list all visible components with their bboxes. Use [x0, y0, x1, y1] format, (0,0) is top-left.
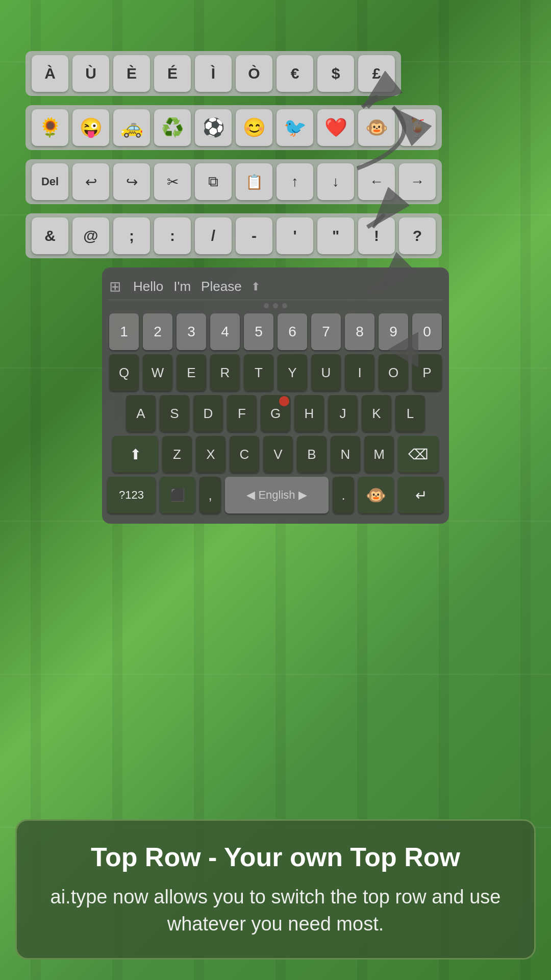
info-description: ai.type now allows you to switch the top… — [42, 884, 509, 938]
suggestion-hello[interactable]: Hello — [128, 277, 168, 297]
key-0[interactable]: 0 — [412, 313, 442, 350]
punct-key-apostrophe[interactable]: ' — [277, 217, 313, 254]
emoji-bird[interactable]: 🐦 — [277, 109, 313, 146]
suggestions-bar: ⊞ Hello I'm Please ⬆ — [107, 274, 444, 300]
layout-key[interactable]: ⬛ — [160, 477, 195, 513]
key-g[interactable]: G — [261, 395, 290, 432]
emoji-tongue[interactable]: 😜 — [72, 109, 109, 146]
emoji-smile[interactable]: 😊 — [236, 109, 272, 146]
edit-key-down[interactable]: ↓ — [317, 163, 354, 200]
key-j[interactable]: J — [328, 395, 358, 432]
notification-dot — [279, 396, 289, 406]
edit-key-cut[interactable]: ✂ — [154, 163, 191, 200]
key-r[interactable]: R — [210, 354, 240, 391]
special-key-i-grave[interactable]: Ì — [195, 55, 232, 92]
key-4[interactable]: 4 — [210, 313, 240, 350]
key-6[interactable]: 6 — [278, 313, 307, 350]
edit-key-undo[interactable]: ↩ — [72, 163, 109, 200]
key-z[interactable]: Z — [162, 436, 192, 473]
key-8[interactable]: 8 — [345, 313, 374, 350]
info-box: Top Row - Your own Top Row ai.type now a… — [15, 819, 536, 960]
punct-key-semicolon[interactable]: ; — [113, 217, 150, 254]
key-7[interactable]: 7 — [311, 313, 341, 350]
key-v[interactable]: V — [263, 436, 293, 473]
edit-key-left[interactable]: ← — [358, 163, 395, 200]
key-5[interactable]: 5 — [244, 313, 273, 350]
key-b[interactable]: B — [297, 436, 327, 473]
punct-row: & @ ; : / - ' " ! ? — [26, 213, 442, 258]
key-2[interactable]: 2 — [143, 313, 172, 350]
asdf-row: A S D F G H J K L — [107, 395, 444, 432]
punct-key-question[interactable]: ? — [399, 217, 436, 254]
keyboard-wrapper: À Ù È É Ì Ò € $ £ 🌻 😜 🚕 ♻️ ⚽ 😊 🐦 ❤️ 🐵 🍹 … — [26, 51, 525, 786]
key-l[interactable]: L — [395, 395, 425, 432]
edit-key-paste[interactable]: 📋 — [236, 163, 272, 200]
emoji-recycle[interactable]: ♻️ — [154, 109, 191, 146]
comma-key[interactable]: , — [199, 477, 221, 513]
emoji-sunflower[interactable]: 🌻 — [32, 109, 68, 146]
key-x[interactable]: X — [196, 436, 226, 473]
punct-key-at[interactable]: @ — [72, 217, 109, 254]
key-c[interactable]: C — [230, 436, 259, 473]
key-s[interactable]: S — [160, 395, 189, 432]
enter-key[interactable]: ↵ — [398, 477, 444, 513]
key-p[interactable]: P — [412, 354, 442, 391]
punct-key-exclaim[interactable]: ! — [358, 217, 395, 254]
upload-icon[interactable]: ⬆ — [251, 280, 260, 293]
special-key-pound[interactable]: £ — [358, 55, 395, 92]
key-o[interactable]: O — [379, 354, 408, 391]
numbers-key[interactable]: ?123 — [107, 477, 156, 513]
special-key-dollar[interactable]: $ — [317, 55, 354, 92]
punct-key-quote[interactable]: " — [317, 217, 354, 254]
special-key-e-grave[interactable]: È — [113, 55, 150, 92]
emoji-cocktail[interactable]: 🍹 — [399, 109, 436, 146]
key-d[interactable]: D — [193, 395, 223, 432]
punct-key-ampersand[interactable]: & — [32, 217, 68, 254]
special-chars-row: À Ù È É Ì Ò € $ £ — [26, 51, 401, 96]
emoji-monkey[interactable]: 🐵 — [358, 109, 395, 146]
backspace-key[interactable]: ⌫ — [398, 436, 439, 473]
key-k[interactable]: K — [362, 395, 391, 432]
key-e[interactable]: E — [177, 354, 206, 391]
suggestion-please[interactable]: Please — [196, 277, 247, 297]
key-n[interactable]: N — [331, 436, 360, 473]
period-key[interactable]: . — [333, 477, 354, 513]
suggestion-im[interactable]: I'm — [168, 277, 196, 297]
special-key-u-grave[interactable]: Ù — [72, 55, 109, 92]
special-key-o-grave[interactable]: Ò — [236, 55, 272, 92]
key-u[interactable]: U — [311, 354, 341, 391]
emoji-heart[interactable]: ❤️ — [317, 109, 354, 146]
edit-key-up[interactable]: ↑ — [277, 163, 313, 200]
key-y[interactable]: Y — [278, 354, 307, 391]
key-i[interactable]: I — [345, 354, 374, 391]
key-a[interactable]: A — [126, 395, 156, 432]
emoji-taxi[interactable]: 🚕 — [113, 109, 150, 146]
key-t[interactable]: T — [244, 354, 273, 391]
key-3[interactable]: 3 — [177, 313, 206, 350]
key-m[interactable]: M — [364, 436, 394, 473]
key-w[interactable]: W — [143, 354, 172, 391]
punct-key-dash[interactable]: - — [236, 217, 272, 254]
key-h[interactable]: H — [294, 395, 324, 432]
key-f[interactable]: F — [227, 395, 257, 432]
edit-key-redo[interactable]: ↪ — [113, 163, 150, 200]
suggestion-dot-3 — [282, 303, 287, 308]
special-key-euro[interactable]: € — [277, 55, 313, 92]
emoji-soccer[interactable]: ⚽ — [195, 109, 232, 146]
punct-key-slash[interactable]: / — [195, 217, 232, 254]
key-1[interactable]: 1 — [109, 313, 139, 350]
number-row: 1 2 3 4 5 6 7 8 9 0 — [107, 313, 444, 350]
special-key-e-acute[interactable]: É — [154, 55, 191, 92]
punct-key-colon[interactable]: : — [154, 217, 191, 254]
edit-key-del[interactable]: Del — [32, 163, 68, 200]
shift-key[interactable]: ⬆ — [112, 436, 158, 473]
emoji-key[interactable]: 🐵 — [358, 477, 394, 513]
key-9[interactable]: 9 — [379, 313, 408, 350]
edit-key-copy[interactable]: ⧉ — [195, 163, 232, 200]
space-key[interactable]: ◀ English ▶ — [225, 477, 329, 513]
emoji-row: 🌻 😜 🚕 ♻️ ⚽ 😊 🐦 ❤️ 🐵 🍹 — [26, 105, 442, 150]
edit-key-right[interactable]: → — [399, 163, 436, 200]
special-key-a-grave[interactable]: À — [32, 55, 68, 92]
key-q[interactable]: Q — [109, 354, 139, 391]
grid-icon[interactable]: ⊞ — [109, 278, 121, 295]
